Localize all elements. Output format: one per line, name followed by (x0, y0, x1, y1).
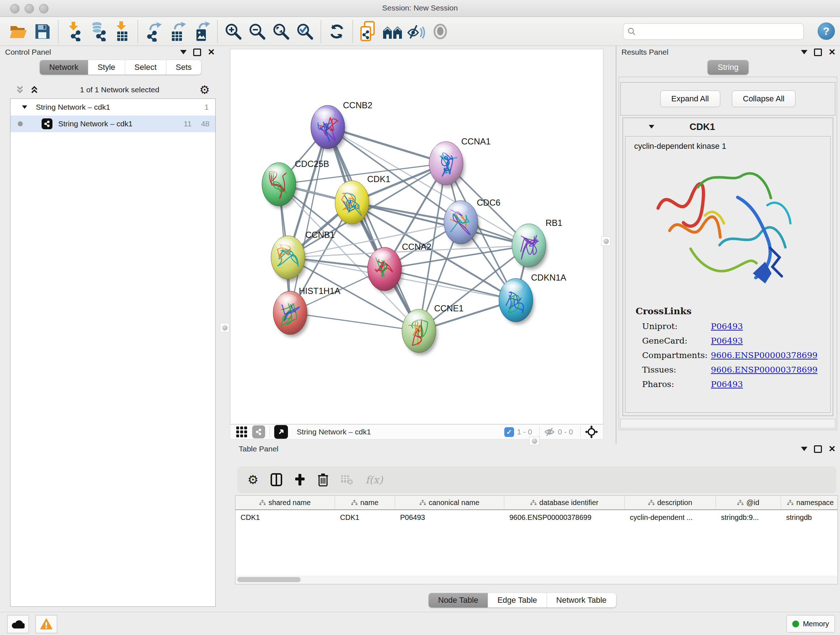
import-network-database-button[interactable] (86, 19, 110, 43)
help-button[interactable]: ? (818, 22, 835, 40)
expand-all-chevron-icon[interactable] (29, 84, 40, 95)
protein-description: cyclin-dependent kinase 1 (634, 141, 830, 151)
export-image-button[interactable] (189, 19, 213, 43)
tree-expand-icon[interactable] (22, 105, 27, 109)
network-node-CCNE1[interactable] (402, 309, 437, 355)
network-edge[interactable] (290, 313, 419, 331)
selected-checkbox-icon[interactable]: ✓ (504, 427, 514, 437)
crosslink-row: Pharos:P06493 (642, 379, 830, 389)
memory-button[interactable]: Memory (786, 615, 835, 632)
save-session-button[interactable] (30, 19, 54, 43)
column-header-database-identifier[interactable]: database identifier (504, 496, 625, 509)
show-all-button[interactable] (428, 19, 452, 43)
tab-sets[interactable]: Sets (166, 60, 201, 74)
network-node-CDC6[interactable] (444, 201, 479, 247)
crosslink-link[interactable]: 9606.ENSP00000378699 (711, 350, 818, 360)
column-header-canonical-name[interactable]: canonical name (395, 496, 504, 509)
table-options-gear-icon[interactable]: ⚙ (248, 472, 258, 487)
results-scrollbar[interactable] (621, 419, 835, 428)
grid-view-icon[interactable] (236, 426, 247, 437)
network-node-CCNA2[interactable] (368, 247, 403, 293)
first-neighbors-button[interactable] (381, 19, 404, 43)
control-panel-menu-icon[interactable] (180, 50, 187, 54)
table-panel-float-icon[interactable] (814, 445, 822, 453)
clone-network-button[interactable] (357, 19, 381, 43)
network-node-CCNB2[interactable] (311, 105, 346, 151)
protein-section-header[interactable]: CDK1 (623, 118, 833, 135)
crosslink-link[interactable]: P06493 (711, 336, 743, 345)
network-options-gear-icon[interactable]: ⚙ (199, 83, 210, 97)
table-cell: CDK1 (335, 510, 395, 524)
network-node-RB1[interactable] (512, 224, 547, 270)
show-columns-icon[interactable] (271, 473, 282, 486)
right-splitter-handle[interactable] (601, 236, 611, 246)
table-hscrollbar[interactable] (236, 576, 837, 584)
refresh-view-button[interactable] (325, 19, 349, 43)
results-panel-close-icon[interactable]: ✕ (829, 48, 836, 57)
export-table-icon (169, 21, 186, 42)
tab-style[interactable]: Style (88, 60, 125, 74)
crosslink-row: Tissues:9606.ENSP00000378699 (642, 365, 830, 374)
hide-selected-button[interactable] (404, 19, 428, 43)
warnings-button[interactable] (35, 615, 57, 633)
export-network-button[interactable] (142, 19, 166, 43)
network-edge[interactable] (290, 127, 328, 313)
network-node-CCNA1[interactable] (429, 141, 464, 187)
network-canvas[interactable]: CCNB2CCNA1CDC25BCDK1CDC6RB1CCNB1CCNA2CDK… (230, 49, 603, 424)
string-view-icon[interactable] (252, 425, 265, 439)
tab-select[interactable]: Select (125, 60, 166, 74)
table-panel-menu-icon[interactable] (801, 447, 807, 451)
table-cell: P06493 (395, 510, 504, 524)
import-network-file-button[interactable] (62, 19, 86, 43)
expand-all-button[interactable]: Expand All (660, 90, 720, 107)
column-header-description[interactable]: description (625, 496, 716, 509)
tab-network[interactable]: Network (40, 60, 88, 74)
network-edge[interactable] (385, 269, 516, 300)
network-row-selected[interactable]: String Network – cdk1 11 48 (11, 116, 215, 132)
table-row[interactable]: CDK1CDK1P064939606.ENSP00000378699cyclin… (235, 510, 837, 524)
column-header-name[interactable]: name (335, 496, 395, 509)
zoom-selected-button[interactable] (293, 19, 317, 43)
network-node-CDK1[interactable] (335, 181, 370, 226)
zoom-out-button[interactable] (245, 19, 269, 43)
tab-network-table[interactable]: Network Table (547, 593, 616, 608)
network-edge[interactable] (328, 127, 419, 331)
results-panel-menu-icon[interactable] (801, 50, 807, 54)
crosslink-row: Compartments:9606.ENSP00000378699 (642, 350, 830, 360)
zoom-in-button[interactable] (221, 19, 245, 43)
network-node-HIST1H1A[interactable] (273, 291, 309, 337)
tab-string[interactable]: String (707, 60, 748, 74)
import-table-icon (114, 21, 130, 42)
results-panel-float-icon[interactable] (814, 49, 822, 56)
detach-view-icon[interactable] (274, 425, 288, 439)
control-panel-float-icon[interactable] (193, 49, 201, 56)
search-input[interactable] (636, 25, 804, 38)
network-node-CDKN1A[interactable] (499, 279, 534, 325)
network-collection-row[interactable]: String Network – cdk1 1 (11, 99, 215, 116)
tab-edge-table[interactable]: Edge Table (488, 593, 547, 608)
crosslink-link[interactable]: P06493 (711, 321, 743, 331)
add-column-icon[interactable] (294, 473, 305, 486)
import-table-file-button[interactable] (110, 19, 134, 43)
column-header-@id[interactable]: @id (716, 496, 781, 509)
control-panel-close-icon[interactable]: ✕ (208, 48, 215, 57)
table-panel-close-icon[interactable]: ✕ (829, 445, 836, 453)
left-splitter-handle[interactable] (220, 323, 229, 333)
crosslink-link[interactable]: 9606.ENSP00000378699 (711, 365, 818, 374)
cloud-status-button[interactable] (7, 615, 29, 633)
crosslink-link[interactable]: P06493 (711, 379, 743, 389)
open-session-button[interactable] (6, 19, 30, 43)
tab-node-table[interactable]: Node Table (429, 593, 488, 608)
export-table-button[interactable] (166, 19, 189, 43)
collapse-all-chevron-icon[interactable] (14, 84, 25, 95)
collapse-all-button[interactable]: Collapse All (732, 90, 796, 107)
network-view-toolbar: String Network – cdk1 ✓ 1 - 0 0 - 0 (230, 424, 603, 440)
column-header-shared-name[interactable]: shared name (235, 496, 335, 509)
column-header-namespace[interactable]: namespace (781, 496, 838, 509)
delete-column-icon[interactable] (317, 473, 328, 486)
network-node-CCNB1[interactable] (271, 236, 306, 282)
horizontal-splitter-handle[interactable] (529, 437, 539, 445)
protein-collapse-icon[interactable] (649, 125, 654, 128)
zoom-fit-button[interactable] (269, 19, 293, 43)
birdseye-crosshair-icon[interactable] (585, 425, 598, 439)
